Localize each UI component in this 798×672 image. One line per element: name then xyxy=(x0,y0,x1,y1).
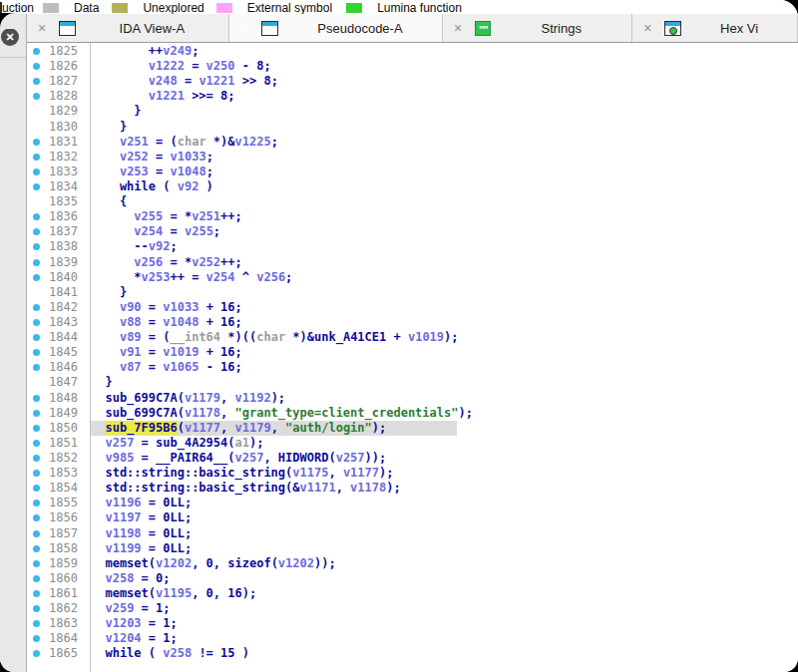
code-line[interactable]: 1851 v257 = sub_4A2954(a1); xyxy=(27,436,798,451)
code-line[interactable]: 1825 ++v249; xyxy=(27,44,798,59)
code-line[interactable]: 1845 v91 = v1019 + 16; xyxy=(27,345,798,360)
code-line[interactable]: 1840 *v253++ = v254 ^ v256; xyxy=(27,270,798,285)
gutter-dot-cell[interactable] xyxy=(27,616,43,631)
gutter-dot-cell[interactable] xyxy=(27,601,43,616)
code-line[interactable]: 1855 v1196 = 0LL; xyxy=(27,496,798,510)
code-line[interactable]: 1853 std::string::basic_string(v1175, v1… xyxy=(27,466,798,481)
code-line[interactable]: 1862 v259 = 1; xyxy=(27,601,798,616)
gutter-dot-cell[interactable] xyxy=(27,165,43,179)
code-line[interactable]: 1830 } xyxy=(27,120,798,135)
gutter-dot-cell[interactable] xyxy=(27,391,43,406)
gutter-dot-cell[interactable] xyxy=(27,315,43,330)
code-line[interactable]: 1831 v251 = (char *)&v1225; xyxy=(27,135,798,150)
gutter-dot-cell[interactable] xyxy=(27,345,43,360)
gutter-dot-cell[interactable] xyxy=(27,44,43,59)
gutter-dot-cell[interactable] xyxy=(27,481,43,496)
gutter-dot-cell[interactable] xyxy=(27,89,43,104)
code-token xyxy=(91,74,149,88)
gutter-dot-cell[interactable] xyxy=(27,74,43,89)
code-line[interactable]: 1843 v88 = v1048 + 16; xyxy=(27,315,798,330)
gutter-dot-cell[interactable] xyxy=(27,586,43,601)
gutter-dot-cell[interactable] xyxy=(27,556,43,571)
gutter-dot-cell[interactable] xyxy=(27,120,43,135)
gutter-dot-cell[interactable] xyxy=(27,135,43,150)
code-line[interactable]: 1838 --v92; xyxy=(27,239,798,254)
code-line[interactable]: 1828 v1221 >>= 8; xyxy=(27,89,798,104)
gutter-dot-cell[interactable] xyxy=(27,194,43,209)
code-line[interactable]: 1864 v1204 = 1; xyxy=(27,631,798,646)
code-line[interactable]: 1848 sub_699C7A(v1179, v1192); xyxy=(27,391,798,406)
gutter-dot-cell[interactable] xyxy=(27,541,43,556)
code-token: v1065 xyxy=(163,360,199,374)
code-line[interactable]: 1833 v253 = v1048; xyxy=(27,165,798,179)
gutter-dot-cell[interactable] xyxy=(27,375,43,390)
tab-close-icon[interactable]: × xyxy=(34,20,50,36)
gutter-dot-cell[interactable] xyxy=(27,646,43,661)
gutter-dot-cell[interactable] xyxy=(27,571,43,586)
code-line[interactable]: 1850 sub_7F95B6(v1177, v1179, "auth/logi… xyxy=(27,421,798,436)
code-line[interactable]: 1859 memset(v1202, 0, sizeof(v1202)); xyxy=(27,556,798,571)
gutter-dot-cell[interactable] xyxy=(27,360,43,375)
code-line[interactable]: 1860 v258 = 0; xyxy=(27,571,798,586)
code-token: = ( xyxy=(142,330,171,344)
gutter-dot-cell[interactable] xyxy=(27,526,43,541)
gutter-dot-cell[interactable] xyxy=(27,224,43,239)
code-token: v1019 xyxy=(408,330,444,344)
code-line[interactable]: 1836 v255 = *v251++; xyxy=(27,209,798,224)
code-line[interactable]: 1856 v1197 = 0LL; xyxy=(27,510,798,525)
gutter-dot-cell[interactable] xyxy=(27,104,43,119)
gutter-dot-cell[interactable] xyxy=(27,631,43,646)
code-line[interactable]: 1839 v256 = *v252++; xyxy=(27,255,798,270)
gutter-dot-cell[interactable] xyxy=(27,150,43,165)
gutter-dot-cell[interactable] xyxy=(27,436,43,451)
code-line[interactable]: 1858 v1199 = 0LL; xyxy=(27,541,798,556)
code-line[interactable]: 1846 v87 = v1065 - 16; xyxy=(27,360,798,375)
code-line[interactable]: 1863 v1203 = 1; xyxy=(27,616,798,631)
gutter-dot-cell[interactable] xyxy=(27,330,43,345)
panel-close-button[interactable]: ✕ xyxy=(1,28,19,46)
gutter-dot-cell[interactable] xyxy=(27,406,43,421)
gutter-dot-cell[interactable] xyxy=(27,300,43,315)
code-token xyxy=(91,165,120,178)
gutter-dot-cell[interactable] xyxy=(27,179,43,194)
code-line[interactable]: 1826 v1222 = v250 - 8; xyxy=(27,59,798,74)
tab-close-icon[interactable]: × xyxy=(236,20,252,36)
gutter-dot-cell[interactable] xyxy=(27,421,43,436)
tab-strings[interactable]: ×""Strings xyxy=(443,14,632,42)
gutter-dot-cell[interactable] xyxy=(27,270,43,285)
code-line[interactable]: 1844 v89 = (__int64 *)((char *)&unk_A41C… xyxy=(27,330,798,345)
gutter-dot-cell[interactable] xyxy=(27,239,43,254)
code-line[interactable]: 1852 v985 = __PAIR64__(v257, HIDWORD(v25… xyxy=(27,451,798,466)
line-number: 1857 xyxy=(43,526,78,541)
code-line[interactable]: 1835 { xyxy=(27,194,798,209)
gutter-dot-cell[interactable] xyxy=(27,466,43,481)
gutter-dot-cell[interactable] xyxy=(27,255,43,270)
code-line[interactable]: 1865 while ( v258 != 15 ) xyxy=(27,646,798,661)
code-line[interactable]: 1861 memset(v1195, 0, 16); xyxy=(27,586,798,601)
gutter-dot-cell[interactable] xyxy=(27,451,43,466)
code-line[interactable]: 1841 } xyxy=(27,285,798,300)
gutter-dot-cell[interactable] xyxy=(27,209,43,224)
gutter-dot-cell[interactable] xyxy=(27,285,43,300)
gutter-dot-cell[interactable] xyxy=(27,510,43,525)
tab-hex-vi[interactable]: ×Hex Vi xyxy=(632,14,798,42)
code-line[interactable]: 1829 } xyxy=(27,104,798,119)
gutter-dot-cell[interactable] xyxy=(27,59,43,74)
code-line[interactable]: 1842 v90 = v1033 + 16; xyxy=(27,300,798,315)
tab-ida-view-a[interactable]: ×IDA View-A xyxy=(27,14,229,42)
code-line[interactable]: 1837 v254 = v255; xyxy=(27,224,798,239)
tab-close-icon[interactable]: × xyxy=(639,20,655,36)
code-line[interactable]: 1827 v248 = v1221 >> 8; xyxy=(27,74,798,89)
code-line[interactable]: 1857 v1198 = 0LL; xyxy=(27,526,798,541)
code-line[interactable]: 1847 } xyxy=(27,375,798,390)
tab-close-icon[interactable]: × xyxy=(450,20,466,36)
code-token xyxy=(91,59,149,73)
line-number: 1854 xyxy=(43,481,78,496)
code-line[interactable]: 1849 sub_699C7A(v1178, "grant_type=clien… xyxy=(27,406,798,421)
tab-pseudocode-a[interactable]: ×Pseudocode-A xyxy=(229,14,443,42)
code-line[interactable]: 1854 std::string::basic_string(&v1171, v… xyxy=(27,481,798,496)
gutter-dot-cell[interactable] xyxy=(27,496,43,510)
code-line[interactable]: 1834 while ( v92 ) xyxy=(27,179,798,194)
code-line[interactable]: 1832 v252 = v1033; xyxy=(27,150,798,165)
pseudocode-view[interactable]: 1825 ++v249;1826 v1222 = v250 - 8;1827 v… xyxy=(27,43,798,672)
